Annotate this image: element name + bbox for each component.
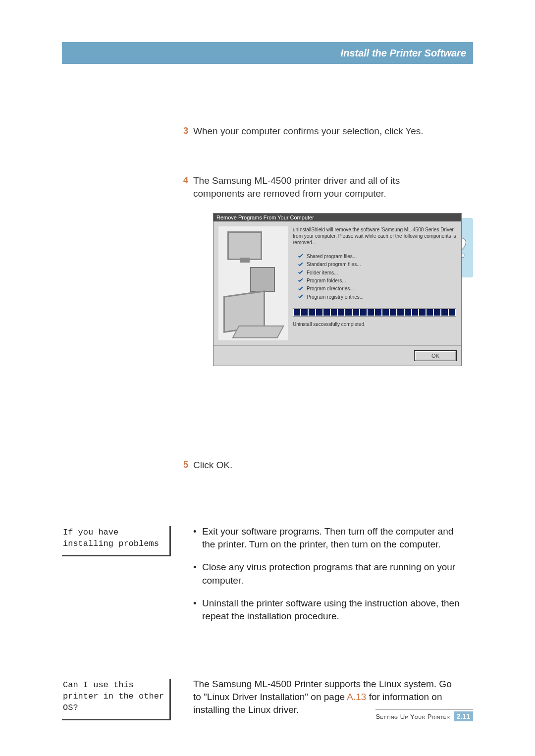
check-icon	[298, 262, 304, 268]
checklist-label: Program folders...	[307, 278, 346, 283]
step-text: The Samsung ML-4500 printer driver and a…	[193, 175, 400, 199]
check-icon	[298, 270, 304, 276]
step-text: Click OK.	[193, 460, 232, 470]
step-text: When your computer confirms your selecti…	[193, 126, 424, 136]
dialog-status-text: Uninstall successfully completed.	[293, 321, 456, 330]
floppy-icon	[250, 267, 275, 292]
check-icon	[298, 286, 304, 292]
dialog-right-panel: unInstallShield will remove the software…	[293, 226, 456, 340]
bullet-text: Uninstall the printer software using the…	[202, 598, 460, 621]
check-icon	[298, 254, 304, 260]
dialog-checklist: Shared program files... Standard program…	[293, 253, 456, 301]
step-number: 5	[183, 459, 188, 471]
checklist-label: Folder items...	[307, 270, 338, 275]
footer-rule: Setting Up Your Printer 2.11	[375, 709, 473, 721]
checklist-label: Program directories...	[307, 286, 354, 291]
checklist-item: Shared program files...	[298, 253, 456, 261]
checklist-item: Program registry entries...	[298, 293, 456, 301]
bullet-item: Uninstall the printer software using the…	[193, 597, 461, 623]
uninstall-dialog: Remove Programs From Your Computer unIns…	[213, 213, 462, 366]
checklist-label: Shared program files...	[307, 254, 357, 259]
bullet-item: Close any virus protection programs that…	[193, 561, 461, 587]
checklist-item: Folder items...	[298, 269, 456, 277]
page-footer: Setting Up Your Printer 2.11	[375, 709, 473, 721]
bullet-text: Close any virus protection programs that…	[202, 562, 455, 585]
dialog-titlebar: Remove Programs From Your Computer	[214, 214, 461, 221]
step-number: 4	[183, 174, 188, 187]
bullet-item: Exit your software programs. Then turn o…	[193, 525, 461, 551]
ok-button[interactable]: OK	[415, 351, 456, 361]
check-icon	[298, 294, 304, 300]
callout-installing-problems: If you have installing problems	[62, 526, 171, 556]
section-title: Install the Printer Software	[341, 42, 466, 64]
computer-illustration	[218, 226, 288, 340]
callout-text: Can I use this printer in the other OS?	[63, 680, 164, 712]
monitor-icon	[227, 231, 262, 260]
document-page: Install the Printer Software 2 3 When yo…	[0, 0, 535, 756]
step-5: 5 Click OK.	[193, 459, 441, 472]
checklist-item: Program folders...	[298, 277, 456, 285]
dialog-description: unInstallShield will remove the software…	[293, 226, 456, 246]
troubleshooting-list: Exit your software programs. Then turn o…	[193, 525, 461, 633]
section-header-bar: Install the Printer Software	[62, 42, 473, 64]
checklist-label: Standard program files...	[307, 262, 361, 267]
checklist-item: Program directories...	[298, 285, 456, 293]
progress-bar	[293, 308, 456, 317]
page-number: 11	[462, 712, 470, 720]
page-link[interactable]: A.13	[347, 692, 366, 702]
dialog-footer: OK	[214, 345, 461, 366]
page-section: 2.	[457, 712, 463, 720]
step-4: 4 The Samsung ML-4500 printer driver and…	[193, 174, 441, 200]
bullet-text: Exit your software programs. Then turn o…	[202, 526, 453, 549]
dialog-illustration	[218, 226, 288, 340]
keyboard-icon	[232, 325, 284, 338]
check-icon	[298, 278, 304, 284]
dialog-body: unInstallShield will remove the software…	[214, 221, 461, 345]
checklist-label: Program registry entries...	[307, 294, 364, 300]
callout-other-os: Can I use this printer in the other OS?	[62, 679, 171, 720]
checklist-item: Standard program files...	[298, 261, 456, 269]
page-number-badge: 2.11	[454, 711, 473, 721]
step-3: 3 When your computer confirms your selec…	[193, 125, 441, 138]
callout-text: If you have installing problems	[63, 528, 159, 548]
step-number: 3	[183, 125, 188, 137]
footer-label: Setting Up Your Printer	[375, 713, 450, 720]
